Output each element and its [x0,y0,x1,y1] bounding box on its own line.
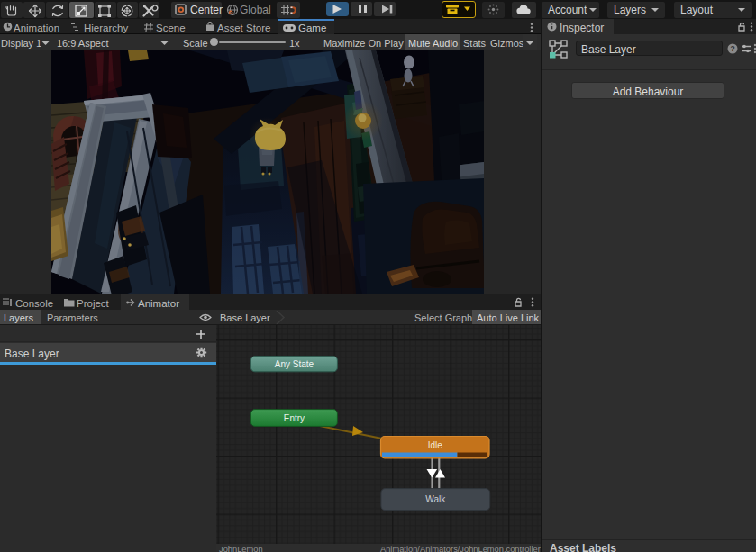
svg-text:JohnLemon: JohnLemon [219,545,263,552]
svg-text:Entry: Entry [284,413,305,423]
svg-text:?: ? [730,44,734,53]
svg-text:Animation/Animators/JohnLemon.: Animation/Animators/JohnLemon.controller [380,545,541,552]
svg-text:Walk: Walk [425,494,446,504]
svg-text:Idle: Idle [428,440,443,450]
svg-text:Any State: Any State [275,359,314,369]
